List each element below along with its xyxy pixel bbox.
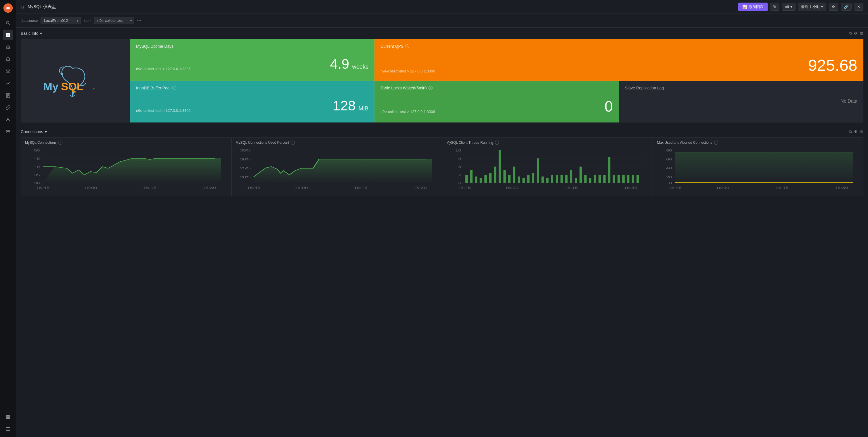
- connections-title[interactable]: Connections ▾: [21, 129, 47, 134]
- connections-delete-icon[interactable]: 🗑: [860, 129, 863, 134]
- svg-rect-19: [6, 427, 10, 428]
- svg-text:40: 40: [666, 166, 672, 170]
- svg-rect-94: [613, 175, 615, 183]
- sidebar-item-dashboard[interactable]: [3, 30, 13, 40]
- time-range-arrow-icon: ▾: [821, 5, 823, 9]
- svg-text:16:15: 16:15: [354, 186, 367, 190]
- topbar-window-icon: ⊡: [21, 5, 24, 9]
- link-button[interactable]: 🔗: [841, 3, 851, 11]
- svg-rect-68: [489, 173, 492, 183]
- qps-info-icon[interactable]: i: [405, 44, 409, 48]
- connections-info-icon[interactable]: i: [58, 141, 62, 145]
- thread-info-icon[interactable]: i: [495, 141, 499, 145]
- svg-rect-69: [494, 167, 496, 183]
- datasource-select-wrap[interactable]: LocalProm012: [40, 17, 81, 24]
- connections-actions: ⧉ ⚙ 🗑: [849, 129, 863, 134]
- svg-text:8: 8: [458, 165, 461, 169]
- sidebar-item-search[interactable]: [3, 18, 13, 28]
- svg-rect-71: [503, 170, 506, 183]
- sidebar-item-email[interactable]: [3, 66, 13, 76]
- svg-rect-91: [598, 175, 601, 183]
- time-range-dropdown[interactable]: 最近 1 小时 ▾: [798, 3, 826, 11]
- svg-rect-79: [541, 177, 544, 183]
- sidebar-item-alert[interactable]: [3, 54, 13, 64]
- sidebar-item-link[interactable]: [3, 102, 13, 113]
- locks-body: n9e-collect-test > 127.0.0.1:3306 0: [380, 99, 613, 114]
- content-area: Basic Info ▾ ⧉ ⚙ 🗑: [16, 28, 868, 437]
- locks-info-icon[interactable]: i: [429, 86, 433, 90]
- svg-rect-78: [537, 158, 539, 183]
- svg-line-2: [9, 24, 10, 25]
- svg-rect-95: [618, 175, 620, 183]
- stat-card-uptime: MySQL Uptime Days n9e-collect-test > 127…: [130, 39, 374, 81]
- datasource-select[interactable]: LocalProm012: [40, 17, 81, 24]
- sidebar-item-user[interactable]: [3, 115, 13, 125]
- sidebar-item-grid[interactable]: [3, 412, 13, 422]
- filterbar: datasource LocalProm012 ident n9e-collec…: [16, 14, 868, 28]
- replication-title: Slave Replication Lag: [625, 86, 857, 90]
- basic-info-title[interactable]: Basic Info ▾: [21, 31, 42, 36]
- sidebar-item-chart[interactable]: [3, 78, 13, 89]
- svg-text:40: 40: [34, 165, 40, 169]
- svg-rect-74: [518, 177, 520, 183]
- stat-card-qps: Current QPS i n9e-collect-test > 127.0.0…: [374, 39, 863, 81]
- ident-select-wrap[interactable]: n9e-collect-test: [94, 17, 134, 24]
- qps-instance: n9e-collect-test > 127.0.0.1:3306: [380, 69, 435, 73]
- svg-text:60: 60: [666, 158, 672, 161]
- svg-rect-80: [546, 178, 549, 183]
- buffer-body: n9e-collect-test > 127.0.0.1:3306 128 Mi…: [136, 99, 368, 113]
- svg-text:16:00: 16:00: [294, 186, 308, 190]
- svg-text:16:15: 16:15: [565, 186, 578, 190]
- chart-aborted: Max Used and Aborted Connections i: [653, 137, 864, 196]
- svg-rect-72: [508, 175, 510, 183]
- replication-value: No Data: [840, 99, 857, 103]
- percent-info-icon[interactable]: i: [291, 141, 295, 145]
- connections-collapse-icon: ▾: [45, 129, 47, 134]
- svg-text:20%: 20%: [240, 176, 250, 179]
- basic-info-copy-icon[interactable]: ⧉: [849, 31, 851, 36]
- app-logo[interactable]: [3, 3, 13, 13]
- settings-button[interactable]: ⚙: [829, 3, 838, 11]
- basic-info-delete-icon[interactable]: 🗑: [860, 31, 863, 36]
- buffer-info-icon[interactable]: i: [172, 86, 176, 90]
- svg-point-14: [8, 130, 10, 132]
- topbar: ⊡ MySQL 仪表盘 📊 添加图表 ↻ off ▾ 最近 1 小时 ▾ ⚙ 🔗: [16, 0, 868, 14]
- svg-rect-84: [565, 175, 567, 183]
- edit-filter-icon[interactable]: ✏: [137, 18, 141, 23]
- svg-rect-63: [465, 175, 468, 183]
- svg-rect-90: [594, 175, 596, 183]
- svg-rect-98: [632, 175, 634, 183]
- svg-rect-81: [551, 175, 553, 183]
- chart-connections-title: MySQL Connections i: [25, 141, 227, 145]
- svg-rect-67: [484, 175, 487, 183]
- stat-card-locks: Table Locks Waited(5min) i n9e-collect-t…: [374, 81, 619, 123]
- ident-select[interactable]: n9e-collect-test: [94, 17, 134, 24]
- refresh-interval-dropdown[interactable]: off ▾: [782, 3, 795, 11]
- refresh-button[interactable]: ↻: [770, 3, 779, 11]
- svg-text:35: 35: [34, 174, 40, 177]
- qps-value: 925.68: [808, 57, 857, 73]
- svg-text:16:00: 16:00: [505, 186, 519, 190]
- buffer-title: InnoDB Buffer Pool i: [136, 86, 368, 90]
- sidebar-item-admin[interactable]: [3, 126, 13, 137]
- sidebar-item-home[interactable]: [3, 42, 13, 52]
- svg-rect-64: [470, 170, 472, 183]
- svg-text:15:45: 15:45: [36, 186, 50, 190]
- connections-copy-icon[interactable]: ⧉: [849, 129, 851, 134]
- chart-thread-area: 10 9 8 7 6: [446, 147, 649, 193]
- connections-settings-icon[interactable]: ⚙: [854, 129, 857, 134]
- svg-rect-66: [480, 178, 482, 183]
- close-icon: ✕: [857, 5, 860, 9]
- add-chart-button[interactable]: 📊 添加图表: [738, 3, 768, 11]
- aborted-info-icon[interactable]: i: [714, 141, 718, 145]
- svg-text:16:00: 16:00: [716, 186, 730, 190]
- svg-rect-77: [532, 173, 534, 183]
- svg-rect-4: [8, 33, 10, 35]
- sidebar-item-report[interactable]: [3, 90, 13, 101]
- basic-info-settings-icon[interactable]: ⚙: [854, 31, 857, 36]
- svg-text:9: 9: [458, 157, 461, 160]
- basic-info-header: Basic Info ▾ ⧉ ⚙ 🗑: [21, 31, 863, 36]
- svg-rect-5: [6, 35, 8, 37]
- sidebar-item-menu[interactable]: [3, 424, 13, 434]
- close-button[interactable]: ✕: [854, 3, 863, 11]
